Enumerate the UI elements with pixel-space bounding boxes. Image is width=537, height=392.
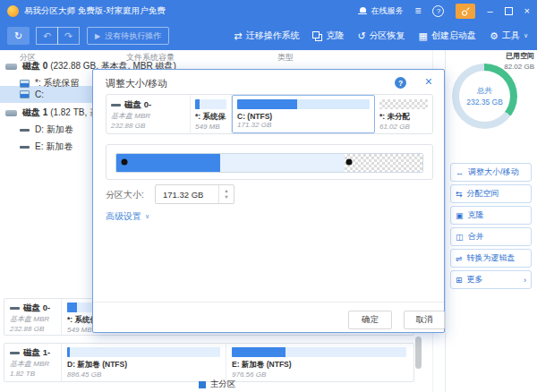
partition-size: 549 MB — [195, 123, 226, 131]
sidebar: 已用空间 82.02 GB 总共 232.35 GB ↔ 调整大小/移动 ⇆ 分… — [445, 50, 537, 392]
toolbar-action-partition-recovery[interactable]: ↺ 分区恢复 — [357, 30, 405, 42]
size-spinner[interactable]: ▲ ▼ — [218, 185, 234, 203]
undo-button[interactable]: ↶ — [36, 27, 58, 45]
primary-partition-color-swatch — [199, 381, 206, 388]
pending-operations-button[interactable]: ▶ 没有待执行操作 — [87, 27, 169, 45]
play-icon: ▶ — [95, 32, 100, 40]
help-icon[interactable]: ? — [432, 5, 444, 17]
spinner-up-icon[interactable]: ▲ — [224, 188, 228, 194]
redo-button[interactable]: ↷ — [57, 27, 80, 45]
disk-map-row-disk1: 磁盘 1- 基本盘 MBR 1.82 TB D: 新加卷 (NTFS) 886.… — [4, 343, 414, 382]
partition-icon — [20, 90, 30, 98]
close-button[interactable]: × — [524, 6, 530, 16]
partition-used-bar — [232, 347, 286, 357]
toolbar-action-tools[interactable]: ⚙ 工具 ∨ — [490, 30, 528, 42]
resize-slider-track[interactable] — [115, 153, 423, 173]
chevron-right-icon: › — [524, 276, 526, 285]
disk-partition-strip: 磁盘 0- 基本盘 MBR 232.88 GB *: 系统保... 549 MB… — [106, 94, 433, 134]
advanced-settings-label: 高级设置 — [106, 210, 141, 223]
sidebar-action-convert-logical[interactable]: ⇌ 转换为逻辑盘 — [450, 249, 532, 268]
toolbar-action-label: 克隆 — [326, 30, 344, 42]
sidebar-action-resize-move[interactable]: ↔ 调整大小/移动 — [450, 163, 532, 182]
dialog-partition-c-selected[interactable]: C: (NTFS) 171.32 GB — [232, 95, 375, 133]
partition-dash-icon — [20, 146, 30, 149]
disk0-info-cell[interactable]: 磁盘 0- 基本盘 MBR 232.88 GB — [4, 299, 62, 335]
more-icon: ⊞ — [456, 276, 463, 285]
advanced-settings-link[interactable]: 高级设置 ∨ — [106, 210, 149, 223]
sidebar-action-allocate-space[interactable]: ⇆ 分配空间 — [450, 184, 532, 203]
key-icon — [459, 4, 473, 18]
disk1-partition-e[interactable]: E: 新加卷 (NTFS) 976.56 GB — [226, 344, 412, 381]
clone-icon — [312, 31, 322, 41]
slider-used-fill — [116, 154, 220, 172]
partition-size: 61.02 GB — [379, 123, 428, 131]
sidebar-action-label: 转换为逻辑盘 — [467, 252, 516, 264]
tree-item-label: D: 新加卷 — [35, 124, 73, 136]
dialog-help-icon[interactable]: ? — [395, 77, 406, 89]
sidebar-action-merge[interactable]: ◫ 合并 — [450, 227, 532, 246]
toolbar-action-migrate-os[interactable]: ⇄ 迁移操作系统 — [234, 30, 299, 42]
partition-size-input[interactable]: 171.32 GB ▲ ▼ — [155, 184, 234, 204]
boot-disk-icon: ▦ — [419, 31, 428, 41]
dialog-disk-info-cell: 磁盘 0- 基本盘 MBR 232.88 GB — [107, 95, 191, 133]
toolbar: ↻ ↶ ↷ ▶ 没有待执行操作 ⇄ 迁移操作系统 克隆 ↺ 分区恢复 ▦ — [0, 21, 537, 50]
spinner-down-icon[interactable]: ▼ — [224, 194, 228, 200]
partition-label: *: 未分配 — [379, 112, 428, 123]
dialog-close-icon[interactable]: × — [425, 74, 432, 89]
dialog-footer-divider — [93, 302, 444, 303]
disk1-partition-d[interactable]: D: 新加卷 (NTFS) 886.45 GB — [62, 344, 226, 381]
cancel-button[interactable]: 取消 — [404, 311, 445, 329]
toolbar-action-label: 工具 — [502, 30, 520, 42]
tree-row-d-drive[interactable]: D: 新加卷 — [20, 123, 73, 137]
slider-right-handle[interactable] — [346, 159, 353, 166]
disk-size: 1.82 TB — [10, 369, 55, 379]
partition-label: E: 新加卷 (NTFS) — [232, 360, 406, 371]
sidebar-action-more[interactable]: ⊞ 更多 › — [450, 270, 532, 289]
toolbar-action-clone[interactable]: 克隆 — [312, 30, 344, 42]
transfer-os-icon: ⇄ — [234, 31, 242, 41]
tree-item-label: E: 新加卷 — [35, 141, 72, 153]
slider-left-handle[interactable] — [122, 159, 128, 166]
maximize-button[interactable] — [505, 7, 513, 15]
sidebar-action-clone[interactable]: ▣ 克隆 — [450, 206, 532, 225]
ok-button[interactable]: 确定 — [348, 311, 392, 329]
legend-primary-partition: 主分区 — [199, 379, 236, 390]
partition-label: C: (NTFS) — [237, 112, 370, 121]
dialog-disk-kind: 基本盘 MBR — [111, 111, 185, 121]
tree-row-e-drive[interactable]: E: 新加卷 — [20, 140, 72, 154]
pending-operations-label: 没有待执行操作 — [105, 30, 161, 42]
sidebar-action-label: 调整大小/移动 — [468, 166, 519, 178]
partition-used-bar — [67, 303, 77, 312]
toolbar-action-label: 迁移操作系统 — [245, 30, 299, 42]
disk-dash-icon — [10, 307, 20, 310]
titlebar: 易我分区大师 免费版-对家庭用户免费 在线服务 ≡ ? – × — [0, 0, 537, 21]
scrollbar-thumb[interactable] — [415, 337, 422, 369]
dialog-partition-system-reserved[interactable]: *: 系统保... 549 MB — [191, 95, 232, 133]
partition-used-bar — [195, 99, 200, 109]
column-header-type: 类型 — [277, 52, 294, 64]
legend-label: 主分区 — [210, 379, 236, 390]
minimize-button[interactable]: – — [487, 6, 492, 16]
online-service-button[interactable]: 在线服务 — [358, 5, 403, 17]
tree-row-c-drive[interactable]: C: — [20, 87, 44, 101]
tree-disk0-name: 磁盘 0 — [22, 61, 47, 71]
disk1-info-cell[interactable]: 磁盘 1- 基本盘 MBR 1.82 TB — [4, 344, 62, 381]
resize-slider-box — [106, 144, 433, 180]
upgrade-key-button[interactable] — [456, 4, 475, 19]
disk-kind: 基本盘 MBR — [10, 314, 55, 324]
toolbar-action-boot-disk[interactable]: ▦ 创建启动盘 — [419, 30, 476, 42]
dialog-disk-name: 磁盘 0- — [124, 99, 151, 111]
resize-move-dialog: 调整大小/移动 ? × 磁盘 0- 基本盘 MBR 232.88 GB *: 系… — [92, 69, 445, 333]
disk-icon — [5, 64, 17, 70]
partition-size: 171.32 GB — [237, 121, 370, 129]
app-logo-icon — [7, 5, 19, 17]
app-title: 易我分区大师 免费版-对家庭用户免费 — [24, 5, 166, 17]
dialog-partition-unallocated[interactable]: *: 未分配 61.02 GB — [375, 95, 432, 133]
refresh-button[interactable]: ↻ — [7, 27, 30, 45]
chevron-down-icon: ∨ — [145, 213, 149, 220]
partition-label: D: 新加卷 (NTFS) — [67, 360, 220, 371]
partition-size-value: 171.32 GB — [156, 190, 218, 200]
disk-kind: 基本盘 MBR — [10, 359, 55, 369]
menu-icon[interactable]: ≡ — [414, 5, 421, 16]
disk-icon — [5, 110, 17, 116]
